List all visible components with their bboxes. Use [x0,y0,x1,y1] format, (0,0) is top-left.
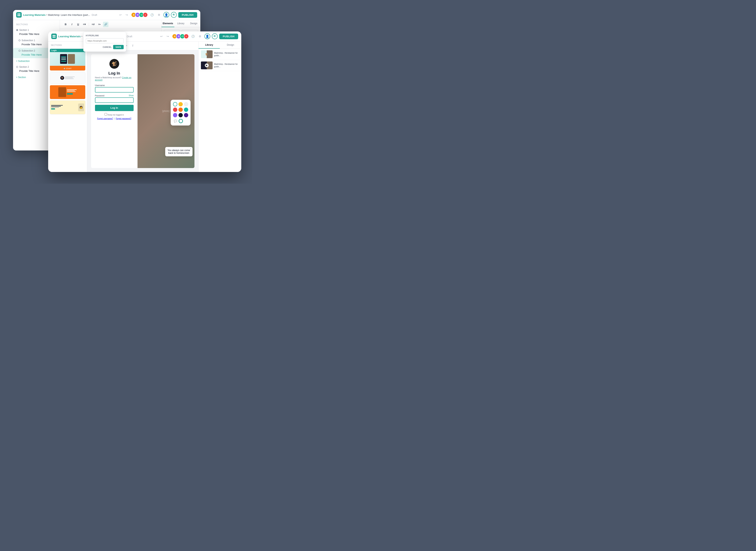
sidebar-thumb-audience[interactable]: 🧑 [50,100,85,114]
bold-button[interactable]: B [63,22,68,27]
thumb-form-btn [61,61,66,62]
breadcrumb-title: Mailchimp: Learn the Interface (part... [48,13,90,16]
tooltip-close-button[interactable]: × [190,148,191,150]
more-icon[interactable]: ••• [185,119,187,123]
front-settings-icon[interactable]: ⚙ [197,34,203,39]
color-teal[interactable] [184,107,188,112]
thumb-audience-inner: 🧑 [50,102,85,112]
back-undo-redo: ↩ ↪ [118,12,130,18]
thumb-aud-line2 [51,106,61,107]
back-publish-button[interactable]: PUBLISH [178,12,197,18]
show-password[interactable]: Show [129,94,134,97]
thumb-or-line3 [67,91,76,92]
front-tab-design[interactable]: Design [220,42,241,49]
keep-logged-checkbox[interactable] [105,113,107,115]
photo-placeholder: [photo] [162,110,169,112]
history-icon[interactable]: 🕐 [149,12,155,18]
username-input[interactable] [95,87,134,92]
canvas-content: 🐒 Log In Need a Mailchimp account? Creat… [91,54,194,168]
library-thumb-2: ▶ [201,61,213,69]
thumb-gs-line1 [65,76,75,77]
unordered-list-button[interactable]: ≡• [97,22,102,27]
front-share-button[interactable]: 👤 [204,33,210,39]
color-purple[interactable] [173,113,177,117]
back-breadcrumb: Learning Materials • Mailchimp: Learn th… [23,13,116,16]
front-publish-button[interactable]: PUBLISH [219,34,238,39]
sidebar-thumb-orange[interactable] [50,85,85,99]
thumb-login-footer: 🏠 START [50,66,85,70]
back-right-tabs: Elements Library Design [161,20,200,27]
sidebar-thumb-getstarted[interactable]: 🐒 [50,72,85,84]
subsection2-dot [19,50,20,52]
redo-button[interactable]: ↪ [124,12,130,18]
thumb-form-field3 [61,59,66,60]
color-picker[interactable]: 💬 ••• [171,100,191,125]
back-titlebar: Learning Materials • Mailchimp: Learn th… [13,10,200,20]
thumb-or-line1 [67,89,77,90]
hyperlink-save-button[interactable]: SAVE [113,45,123,49]
forgot-password-link[interactable]: Forgot password? [116,117,131,120]
color-orange[interactable] [178,107,183,112]
tab-elements[interactable]: Elements [161,20,174,27]
front-tab-library[interactable]: Library [199,42,220,49]
ordered-list-button[interactable]: ≡# [91,22,96,27]
section2-label: Section 2 [19,66,29,68]
username-label: Username [95,84,134,86]
settings-icon[interactable]: ⚙ [156,12,162,18]
thumb-login-content [50,52,85,66]
thumb-or-btn [67,93,73,95]
section1-dot [16,29,18,31]
tooltip-text: You always can come back to homescreen [168,149,190,154]
thumb-aud-btn [51,108,55,109]
thumb-login-form [60,54,67,64]
color-dark-purple[interactable] [184,113,188,117]
share-button[interactable]: 👤 [163,12,169,18]
color-red[interactable] [173,107,177,112]
thumb-getstarted-text [65,76,75,79]
italic-button[interactable]: I [69,22,75,27]
sidebar-thumb-login[interactable]: Login [50,49,85,71]
login-button[interactable]: Log In [95,105,134,111]
breadcrumb-link[interactable]: Learning Materials [23,13,46,16]
svg-rect-6 [52,36,54,38]
undo-button[interactable]: ↩ [118,12,123,18]
hyperlink-input[interactable] [86,38,124,43]
hyperlink-title: HYPERLINK [86,34,124,37]
eye-button[interactable]: 👁 [171,12,177,18]
color-yellow[interactable] [178,102,183,106]
front-history-icon[interactable]: 🕐 [190,34,196,39]
password-input[interactable] [95,97,134,103]
thumb-getstarted-card: 🐒 [50,72,85,84]
front-undo-button[interactable]: ↩ [159,34,164,39]
forgot-username-link[interactable]: Forgot username? [97,117,113,120]
thumb-login-card: Login [50,49,85,71]
hyperlink-cancel-button[interactable]: CANCEL [103,46,112,48]
color-white[interactable] [173,102,177,106]
front-redo-button[interactable]: ↪ [165,34,170,39]
thumb-getstarted-content: 🐒 [50,72,85,84]
front-sidebar: Sections Login [48,42,87,172]
thumb-hero1-inner: 🐒 [201,50,213,58]
text-toolbar: B I U ≡▾ ≡# ≡• 🔗 [60,20,161,29]
library-item-1[interactable]: 🐒 Mailchimp - Herobanner for guide... [199,49,241,60]
tab-design[interactable]: Design [187,20,200,27]
content-canvas: 🐒 Log In Need a Mailchimp account? Creat… [87,50,198,172]
color-actions: 💬 ••• [173,119,188,123]
thumb-gs-line3 [65,78,74,79]
underline-button[interactable]: U [75,22,81,27]
thumb-login-inner [60,54,75,64]
color-light[interactable] [184,102,188,106]
front-breadcrumb-link[interactable]: Learning Materials [58,35,81,38]
section1-label: Section 1 [19,29,29,31]
comment-icon[interactable]: 💬 [174,119,177,123]
library-item-2[interactable]: ▶ Mailchimp - Herobanner for guide... [199,60,241,71]
color-black[interactable] [178,113,183,117]
align-button[interactable]: ≡▾ [82,22,87,27]
svg-rect-0 [17,13,19,15]
front-eye-button[interactable]: 👁 [212,33,218,39]
keep-logged: Keep me logged in [105,113,124,116]
text-icon[interactable]: T [130,43,136,49]
color-circle-active[interactable] [179,119,183,123]
link-button[interactable]: 🔗 [103,22,108,27]
tab-library[interactable]: Library [174,20,187,27]
